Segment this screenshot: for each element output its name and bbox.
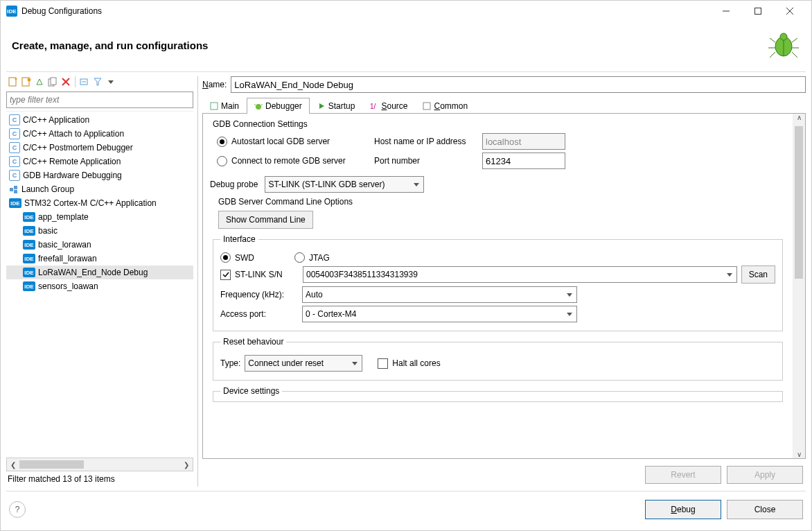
- reset-type-select[interactable]: Connect under reset: [245, 355, 362, 372]
- halt-all-cores-label: Halt all cores: [392, 358, 440, 368]
- stlink-sn-combo[interactable]: 0054003F3438511334313939: [303, 266, 737, 283]
- left-toolbar: [6, 76, 193, 90]
- tree-item[interactable]: CC/C++ Attach to Application: [6, 127, 193, 141]
- radio-jtag[interactable]: [294, 252, 305, 263]
- tab-common-label: Common: [434, 101, 468, 111]
- vscroll-thumb[interactable]: [795, 126, 803, 279]
- new-config-icon[interactable]: [8, 76, 19, 87]
- content-vscrollbar[interactable]: ∧ ∨: [793, 114, 805, 458]
- svg-rect-27: [14, 190, 17, 193]
- debugger-tab-icon: [254, 102, 263, 110]
- ide-config-icon: IDE: [23, 254, 35, 263]
- show-command-line-button[interactable]: Show Command Line: [218, 211, 313, 229]
- gdb-section-label: GDB Connection Settings: [213, 119, 786, 129]
- maximize-button[interactable]: [742, 1, 774, 21]
- tree-item[interactable]: IDEsensors_loawan: [6, 279, 193, 293]
- tree-item[interactable]: Launch Group: [6, 182, 193, 196]
- ide-config-icon: IDE: [23, 281, 35, 291]
- svg-line-31: [261, 104, 263, 105]
- new-prototype-icon[interactable]: [21, 76, 32, 87]
- checkbox-stlink-sn[interactable]: [220, 270, 231, 280]
- scroll-up-icon[interactable]: ∧: [793, 114, 805, 121]
- tree-item-label: basic: [38, 226, 58, 236]
- tree-item[interactable]: CC/C++ Postmortem Debugger: [6, 141, 193, 155]
- titlebar: IDE Debug Configurations: [1, 1, 811, 21]
- minimize-icon: [723, 8, 730, 15]
- window-title: Debug Configurations: [21, 6, 710, 16]
- radio-connect-remote[interactable]: [217, 156, 227, 166]
- duplicate-icon[interactable]: [47, 76, 58, 87]
- svg-line-10: [770, 52, 775, 58]
- reset-legend: Reset behaviour: [220, 337, 286, 347]
- tab-debugger-label: Debugger: [265, 101, 302, 111]
- scan-button[interactable]: Scan: [741, 266, 775, 284]
- tree-item[interactable]: IDESTM32 Cortex-M C/C++ Application: [6, 196, 193, 210]
- export-icon[interactable]: [34, 76, 45, 87]
- tree-item-label: Launch Group: [21, 184, 74, 194]
- tree-item[interactable]: CC/C++ Application: [6, 113, 193, 127]
- close-button[interactable]: [774, 1, 806, 21]
- frequency-combo[interactable]: Auto: [302, 286, 577, 303]
- cmdline-section-label: GDB Server Command Line Options: [218, 197, 786, 207]
- checkbox-halt-all-cores[interactable]: [378, 358, 388, 369]
- svg-line-8: [770, 38, 775, 42]
- connect-remote-label: Connect to remote GDB server: [231, 156, 370, 166]
- radio-autostart[interactable]: [217, 137, 227, 147]
- access-port-label: Access port:: [220, 309, 298, 319]
- ide-config-icon: IDE: [9, 198, 21, 208]
- delete-icon[interactable]: [60, 76, 71, 87]
- debug-probe-label: Debug probe: [210, 180, 258, 189]
- config-tree[interactable]: CC/C++ ApplicationCC/C++ Attach to Appli…: [6, 111, 193, 456]
- debug-button[interactable]: Debug: [645, 500, 721, 519]
- tab-common[interactable]: Common: [415, 98, 475, 114]
- tab-source[interactable]: 1/ Source: [362, 98, 415, 114]
- collapse-all-icon[interactable]: [79, 76, 90, 87]
- tab-debugger[interactable]: Debugger: [247, 98, 310, 114]
- svg-point-18: [28, 78, 31, 82]
- scroll-left-icon[interactable]: ❮: [7, 461, 19, 469]
- help-button[interactable]: ?: [9, 501, 26, 518]
- filter-icon[interactable]: [92, 76, 103, 87]
- tab-main[interactable]: Main: [202, 98, 247, 114]
- stlink-sn-row: ST-LINK S/N 0054003F3438511334313939 Sca…: [220, 266, 775, 284]
- tree-item-label: freefall_lorawan: [38, 254, 97, 263]
- scroll-track[interactable]: [19, 460, 180, 469]
- radio-swd[interactable]: [220, 252, 231, 263]
- filter-input[interactable]: [6, 92, 193, 108]
- swd-label: SWD: [235, 253, 290, 263]
- autostart-label: Autostart local GDB server: [231, 137, 370, 146]
- close-footer-button[interactable]: Close: [727, 500, 803, 519]
- tree-item[interactable]: CC/C++ Remote Application: [6, 155, 193, 168]
- debug-probe-value: ST-LINK (ST-LINK GDB server): [268, 180, 385, 189]
- tree-item[interactable]: IDEfreefall_lorawan: [6, 252, 193, 266]
- tree-item[interactable]: IDELoRaWAN_End_Node Debug: [6, 266, 193, 279]
- stlink-sn-value: 0054003F3438511334313939: [306, 270, 418, 279]
- tree-item-label: LoRaWAN_End_Node Debug: [38, 268, 148, 277]
- revert-button[interactable]: Revert: [645, 466, 721, 484]
- app-icon: IDE: [6, 6, 17, 17]
- debugger-tab-content: GDB Connection Settings Autostart local …: [203, 114, 793, 458]
- jtag-label: JTAG: [309, 253, 330, 263]
- svg-rect-33: [423, 103, 430, 110]
- minimize-button[interactable]: [710, 1, 742, 21]
- toolbar-dropdown-icon[interactable]: [105, 76, 116, 87]
- scroll-right-icon[interactable]: ❯: [180, 461, 193, 469]
- name-input[interactable]: [231, 76, 806, 93]
- body: CC/C++ ApplicationCC/C++ Attach to Appli…: [1, 72, 811, 487]
- debug-probe-select[interactable]: ST-LINK (ST-LINK GDB server): [265, 176, 424, 193]
- tab-startup-label: Startup: [328, 101, 355, 111]
- tree-item[interactable]: CGDB Hardware Debugging: [6, 168, 193, 182]
- ide-config-icon: IDE: [23, 226, 35, 236]
- port-input[interactable]: [482, 153, 565, 169]
- tree-hscrollbar[interactable]: ❮ ❯: [6, 458, 193, 471]
- scroll-down-icon[interactable]: ∨: [793, 451, 805, 458]
- device-settings-legend: Device settings: [220, 386, 282, 396]
- tree-item[interactable]: IDEbasic: [6, 224, 193, 238]
- apply-button[interactable]: Apply: [727, 466, 803, 484]
- tree-item[interactable]: IDEbasic_lorawan: [6, 238, 193, 252]
- tab-startup[interactable]: Startup: [310, 98, 363, 114]
- tree-item[interactable]: IDEapp_template: [6, 210, 193, 224]
- access-port-combo[interactable]: 0 - Cortex-M4: [302, 306, 577, 322]
- close-icon: [786, 8, 793, 15]
- scroll-thumb[interactable]: [19, 460, 84, 469]
